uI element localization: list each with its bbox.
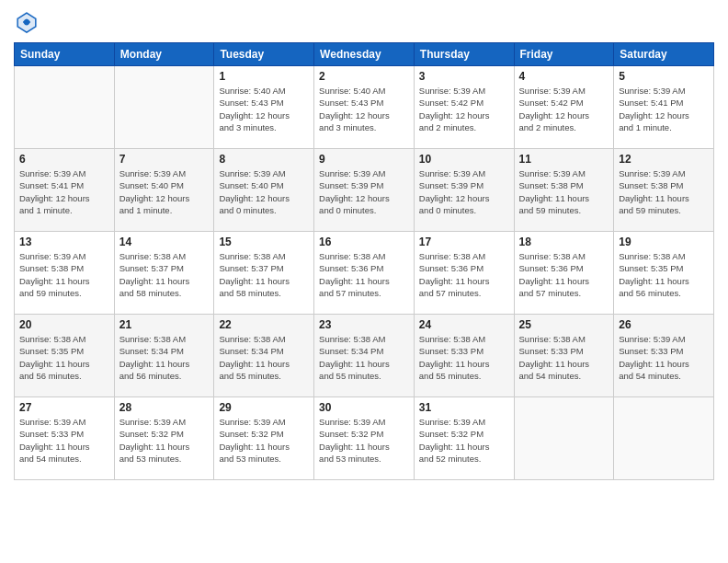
calendar-day-cell: 20Sunrise: 5:38 AM Sunset: 5:35 PM Dayli… bbox=[15, 315, 115, 397]
day-detail: Sunrise: 5:39 AM Sunset: 5:32 PM Dayligh… bbox=[219, 416, 309, 465]
day-number: 12 bbox=[619, 153, 709, 166]
day-detail: Sunrise: 5:38 AM Sunset: 5:37 PM Dayligh… bbox=[119, 250, 210, 299]
day-number: 18 bbox=[519, 236, 609, 248]
day-number: 11 bbox=[519, 153, 609, 166]
calendar-day-cell: 9Sunrise: 5:39 AM Sunset: 5:39 PM Daylig… bbox=[314, 149, 415, 232]
calendar-day-cell: 25Sunrise: 5:38 AM Sunset: 5:33 PM Dayli… bbox=[514, 315, 614, 397]
day-detail: Sunrise: 5:38 AM Sunset: 5:34 PM Dayligh… bbox=[119, 333, 210, 382]
day-number: 30 bbox=[319, 401, 409, 414]
day-detail: Sunrise: 5:38 AM Sunset: 5:34 PM Dayligh… bbox=[319, 333, 409, 382]
calendar-day-cell: 27Sunrise: 5:39 AM Sunset: 5:33 PM Dayli… bbox=[15, 397, 115, 480]
day-detail: Sunrise: 5:39 AM Sunset: 5:38 PM Dayligh… bbox=[19, 250, 109, 299]
day-detail: Sunrise: 5:38 AM Sunset: 5:35 PM Dayligh… bbox=[19, 333, 109, 382]
day-detail: Sunrise: 5:39 AM Sunset: 5:39 PM Dayligh… bbox=[319, 167, 409, 216]
calendar-day-cell: 28Sunrise: 5:39 AM Sunset: 5:32 PM Dayli… bbox=[114, 397, 214, 480]
calendar-day-cell: 5Sunrise: 5:39 AM Sunset: 5:41 PM Daylig… bbox=[614, 66, 714, 149]
day-number: 29 bbox=[219, 401, 309, 414]
day-number: 5 bbox=[619, 70, 709, 83]
calendar-body: 1Sunrise: 5:40 AM Sunset: 5:43 PM Daylig… bbox=[15, 66, 714, 480]
day-detail: Sunrise: 5:38 AM Sunset: 5:37 PM Dayligh… bbox=[219, 250, 309, 299]
calendar-day-cell bbox=[15, 66, 115, 149]
day-detail: Sunrise: 5:38 AM Sunset: 5:36 PM Dayligh… bbox=[519, 250, 609, 299]
day-detail: Sunrise: 5:39 AM Sunset: 5:40 PM Dayligh… bbox=[219, 167, 309, 216]
day-number: 21 bbox=[119, 318, 210, 331]
calendar-week-row: 20Sunrise: 5:38 AM Sunset: 5:35 PM Dayli… bbox=[15, 315, 714, 397]
day-number: 2 bbox=[319, 70, 409, 83]
calendar-day-cell: 26Sunrise: 5:39 AM Sunset: 5:33 PM Dayli… bbox=[614, 315, 714, 397]
day-detail: Sunrise: 5:38 AM Sunset: 5:33 PM Dayligh… bbox=[519, 333, 609, 382]
calendar-table: SundayMondayTuesdayWednesdayThursdayFrid… bbox=[14, 42, 714, 480]
day-detail: Sunrise: 5:38 AM Sunset: 5:36 PM Dayligh… bbox=[419, 250, 509, 299]
calendar-day-cell: 18Sunrise: 5:38 AM Sunset: 5:36 PM Dayli… bbox=[514, 232, 614, 315]
calendar-day-cell: 19Sunrise: 5:38 AM Sunset: 5:35 PM Dayli… bbox=[614, 232, 714, 315]
calendar-week-row: 1Sunrise: 5:40 AM Sunset: 5:43 PM Daylig… bbox=[15, 66, 714, 149]
calendar-day-cell: 31Sunrise: 5:39 AM Sunset: 5:32 PM Dayli… bbox=[414, 397, 514, 480]
day-number: 1 bbox=[219, 70, 309, 83]
day-detail: Sunrise: 5:39 AM Sunset: 5:42 PM Dayligh… bbox=[519, 85, 609, 133]
calendar-day-cell: 14Sunrise: 5:38 AM Sunset: 5:37 PM Dayli… bbox=[114, 232, 214, 315]
day-number: 16 bbox=[319, 236, 409, 248]
day-number: 3 bbox=[419, 70, 509, 83]
calendar-day-cell: 15Sunrise: 5:38 AM Sunset: 5:37 PM Dayli… bbox=[214, 232, 314, 315]
calendar-day-cell: 6Sunrise: 5:39 AM Sunset: 5:41 PM Daylig… bbox=[15, 149, 115, 232]
logo-icon bbox=[14, 9, 40, 35]
day-number: 14 bbox=[119, 236, 210, 248]
calendar-day-cell: 22Sunrise: 5:38 AM Sunset: 5:34 PM Dayli… bbox=[214, 315, 314, 397]
page-header bbox=[14, 9, 714, 35]
day-number: 31 bbox=[419, 401, 509, 414]
day-detail: Sunrise: 5:39 AM Sunset: 5:41 PM Dayligh… bbox=[619, 85, 709, 133]
weekday-header-cell: Friday bbox=[514, 43, 614, 66]
day-detail: Sunrise: 5:38 AM Sunset: 5:33 PM Dayligh… bbox=[419, 333, 509, 382]
weekday-header-cell: Wednesday bbox=[314, 43, 415, 66]
day-detail: Sunrise: 5:39 AM Sunset: 5:32 PM Dayligh… bbox=[119, 416, 210, 465]
day-detail: Sunrise: 5:39 AM Sunset: 5:32 PM Dayligh… bbox=[319, 416, 409, 465]
day-number: 15 bbox=[219, 236, 309, 248]
day-number: 25 bbox=[519, 318, 609, 331]
day-detail: Sunrise: 5:39 AM Sunset: 5:33 PM Dayligh… bbox=[19, 416, 109, 465]
weekday-header-cell: Thursday bbox=[414, 43, 514, 66]
day-number: 27 bbox=[19, 401, 109, 414]
weekday-header-cell: Saturday bbox=[614, 43, 714, 66]
day-number: 28 bbox=[119, 401, 210, 414]
calendar-day-cell: 13Sunrise: 5:39 AM Sunset: 5:38 PM Dayli… bbox=[15, 232, 115, 315]
day-number: 6 bbox=[19, 153, 109, 166]
day-number: 23 bbox=[319, 318, 409, 331]
calendar-week-row: 13Sunrise: 5:39 AM Sunset: 5:38 PM Dayli… bbox=[15, 232, 714, 315]
calendar-day-cell bbox=[114, 66, 214, 149]
calendar-day-cell bbox=[514, 397, 614, 480]
day-number: 26 bbox=[619, 318, 709, 331]
day-number: 24 bbox=[419, 318, 509, 331]
day-number: 20 bbox=[19, 318, 109, 331]
calendar-day-cell: 21Sunrise: 5:38 AM Sunset: 5:34 PM Dayli… bbox=[114, 315, 214, 397]
calendar-day-cell bbox=[614, 397, 714, 480]
calendar-day-cell: 17Sunrise: 5:38 AM Sunset: 5:36 PM Dayli… bbox=[414, 232, 514, 315]
day-detail: Sunrise: 5:39 AM Sunset: 5:42 PM Dayligh… bbox=[419, 85, 509, 133]
day-number: 19 bbox=[619, 236, 709, 248]
calendar-day-cell: 30Sunrise: 5:39 AM Sunset: 5:32 PM Dayli… bbox=[314, 397, 415, 480]
calendar-day-cell: 11Sunrise: 5:39 AM Sunset: 5:38 PM Dayli… bbox=[514, 149, 614, 232]
weekday-header-cell: Tuesday bbox=[214, 43, 314, 66]
day-detail: Sunrise: 5:38 AM Sunset: 5:35 PM Dayligh… bbox=[619, 250, 709, 299]
calendar-day-cell: 3Sunrise: 5:39 AM Sunset: 5:42 PM Daylig… bbox=[414, 66, 514, 149]
calendar-day-cell: 24Sunrise: 5:38 AM Sunset: 5:33 PM Dayli… bbox=[414, 315, 514, 397]
weekday-header-cell: Monday bbox=[114, 43, 214, 66]
day-detail: Sunrise: 5:39 AM Sunset: 5:32 PM Dayligh… bbox=[419, 416, 509, 465]
day-detail: Sunrise: 5:39 AM Sunset: 5:33 PM Dayligh… bbox=[619, 333, 709, 382]
day-detail: Sunrise: 5:38 AM Sunset: 5:36 PM Dayligh… bbox=[319, 250, 409, 299]
logo bbox=[14, 9, 43, 35]
calendar-day-cell: 16Sunrise: 5:38 AM Sunset: 5:36 PM Dayli… bbox=[314, 232, 415, 315]
day-number: 10 bbox=[419, 153, 509, 166]
day-number: 9 bbox=[319, 153, 409, 166]
weekday-header-row: SundayMondayTuesdayWednesdayThursdayFrid… bbox=[15, 43, 714, 66]
calendar-day-cell: 10Sunrise: 5:39 AM Sunset: 5:39 PM Dayli… bbox=[414, 149, 514, 232]
calendar-day-cell: 4Sunrise: 5:39 AM Sunset: 5:42 PM Daylig… bbox=[514, 66, 614, 149]
day-number: 4 bbox=[519, 70, 609, 83]
day-number: 13 bbox=[19, 236, 109, 248]
day-number: 7 bbox=[119, 153, 210, 166]
calendar-day-cell: 29Sunrise: 5:39 AM Sunset: 5:32 PM Dayli… bbox=[214, 397, 314, 480]
day-number: 22 bbox=[219, 318, 309, 331]
calendar-day-cell: 1Sunrise: 5:40 AM Sunset: 5:43 PM Daylig… bbox=[214, 66, 314, 149]
day-detail: Sunrise: 5:40 AM Sunset: 5:43 PM Dayligh… bbox=[319, 85, 409, 133]
calendar-day-cell: 7Sunrise: 5:39 AM Sunset: 5:40 PM Daylig… bbox=[114, 149, 214, 232]
calendar-week-row: 27Sunrise: 5:39 AM Sunset: 5:33 PM Dayli… bbox=[15, 397, 714, 480]
